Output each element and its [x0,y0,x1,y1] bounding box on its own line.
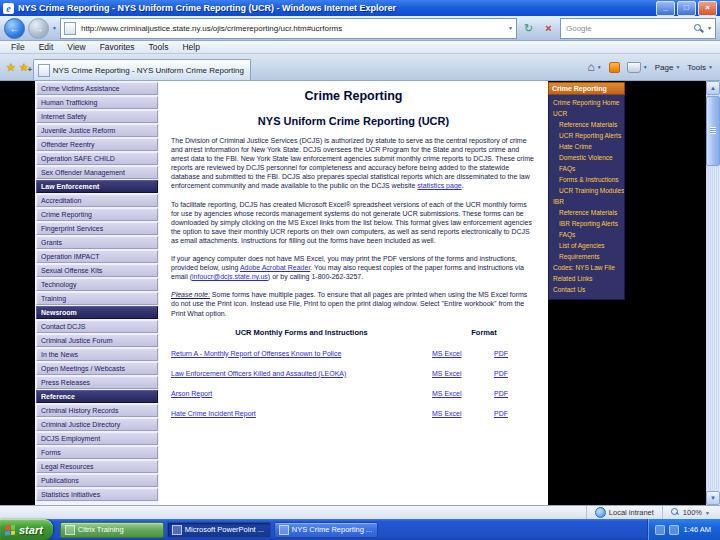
sidebar-item[interactable]: Operation IMPACT [36,250,158,263]
menu-item[interactable]: Favorites [93,42,142,52]
statistics-page-link[interactable]: statistics page [417,182,461,189]
print-button[interactable]: ▼ [627,62,648,73]
taskbar-task-button[interactable]: Citrix Training [60,522,164,538]
sidebar-item[interactable]: Offender Reentry [36,138,158,151]
sidebar-item[interactable]: In the News [36,348,158,361]
menu-item[interactable]: Tools [142,42,176,52]
taskbar-task-button[interactable]: NYS Crime Reporting ... [274,522,378,538]
address-field[interactable]: ▼ [60,18,517,39]
sidebar-item[interactable]: Criminal Justice Directory [36,418,158,431]
ms-excel-link[interactable]: MS Excel [432,410,494,417]
sidebar-item[interactable]: Operation SAFE CHILD [36,152,158,165]
menu-item[interactable]: File [4,42,32,52]
sidebar-item[interactable]: Forms [36,446,158,459]
ms-excel-link[interactable]: MS Excel [432,350,494,357]
form-title-link[interactable]: Return A - Monthly Report of Offenses Kn… [171,350,432,357]
sidebar-item[interactable]: Sexual Offense Kits [36,264,158,277]
stop-button[interactable]: × [540,19,557,38]
right-sidebar-link[interactable]: Crime Reporting Home [549,97,624,108]
sidebar-item[interactable]: Reference [36,390,158,403]
sidebar-item[interactable]: DCJS Employment [36,432,158,445]
browser-tab[interactable]: NYS Crime Reporting - NYS Uniform Crime … [33,59,251,80]
menu-item[interactable]: View [60,42,92,52]
page-menu-button[interactable]: Page▼ [655,63,681,72]
add-favorite-icon[interactable]: ★ [19,61,29,74]
right-sidebar-link[interactable]: Related Links [549,273,624,284]
sidebar-item[interactable]: Grants [36,236,158,249]
pdf-link[interactable]: PDF [494,410,536,417]
right-sidebar-link[interactable]: List of Agencies [549,240,624,251]
form-title-link[interactable]: Hate Crime Incident Report [171,410,432,417]
right-sidebar-link[interactable]: Hate Crime [549,141,624,152]
search-dropdown-icon[interactable]: ▼ [707,25,712,31]
sidebar-item[interactable]: Newsroom [36,306,158,319]
ms-excel-link[interactable]: MS Excel [432,370,494,377]
forward-button[interactable]: → [28,18,49,39]
tray-icon[interactable] [669,525,679,535]
sidebar-item[interactable]: Crime Victims Assistance [36,82,158,95]
zoom-cell[interactable]: 100% ▼ [662,506,718,519]
sidebar-item[interactable]: Contact DCJS [36,320,158,333]
sidebar-item[interactable]: Law Enforcement [36,180,158,193]
right-sidebar-link[interactable]: Codes: NYS Law File [549,262,624,273]
right-sidebar-link[interactable]: Domestic Violence [549,152,624,163]
scrollbar-thumb[interactable] [706,96,720,166]
search-input[interactable] [564,23,690,34]
tools-menu-button[interactable]: Tools▼ [687,63,713,72]
sidebar-item[interactable]: Press Releases [36,376,158,389]
form-title-link[interactable]: Law Enforcement Officers Killed and Assa… [171,370,432,377]
acrobat-reader-link[interactable]: Adobe Acrobat Reader [240,264,310,271]
maximize-button[interactable]: □ [677,1,696,16]
sidebar-item[interactable]: Human Trafficking [36,96,158,109]
right-sidebar-link[interactable]: IBR Reporting Alerts [549,218,624,229]
right-sidebar-link[interactable]: UCR [549,108,624,119]
sidebar-item[interactable]: Fingerprint Services [36,222,158,235]
refresh-button[interactable]: ↻ [520,19,537,38]
sidebar-item[interactable]: Statistics Initiatives [36,488,158,501]
address-dropdown-icon[interactable]: ▼ [508,25,513,31]
sidebar-item[interactable]: Sex Offender Management [36,166,158,179]
search-icon[interactable] [693,23,704,34]
home-button[interactable]: ⌂▼ [588,60,602,74]
favorites-star-icon[interactable]: ★ [6,61,16,74]
sidebar-item[interactable]: Juvenile Justice Reform [36,124,158,137]
sidebar-item[interactable]: Training [36,292,158,305]
menu-item[interactable]: Help [175,42,206,52]
sidebar-item[interactable]: Criminal Justice Forum [36,334,158,347]
sidebar-item[interactable]: Crime Reporting [36,208,158,221]
ms-excel-link[interactable]: MS Excel [432,390,494,397]
menu-item[interactable]: Edit [32,42,61,52]
start-button[interactable]: start [0,519,53,540]
right-sidebar-link[interactable]: FAQs [549,163,624,174]
sidebar-item[interactable]: Technology [36,278,158,291]
back-button[interactable]: ← [4,18,25,39]
form-title-link[interactable]: Arson Report [171,390,432,397]
close-button[interactable]: × [698,1,717,16]
vertical-scrollbar[interactable]: ▲ ▼ [706,81,720,505]
tray-icon[interactable] [655,525,665,535]
right-sidebar-link[interactable]: UCR Training Modules [549,185,624,196]
minimize-button[interactable]: _ [656,1,675,16]
right-sidebar-link[interactable]: Reference Materials [549,119,624,130]
sidebar-item[interactable]: Criminal History Records [36,404,158,417]
right-sidebar-link[interactable]: Reference Materials [549,207,624,218]
taskbar-task-button[interactable]: Microsoft PowerPoint ... [167,522,271,538]
right-sidebar-link[interactable]: Requirements [549,251,624,262]
right-sidebar-link[interactable]: UCR Reporting Alerts [549,130,624,141]
sidebar-item[interactable]: Accreditation [36,194,158,207]
sidebar-item[interactable]: Open Meetings / Webcasts [36,362,158,375]
scroll-up-button[interactable]: ▲ [706,81,720,95]
search-box[interactable]: ▼ [560,18,716,39]
address-input[interactable] [79,23,505,34]
scroll-down-button[interactable]: ▼ [706,491,720,505]
right-sidebar-link[interactable]: Forms & Instructions [549,174,624,185]
pdf-link[interactable]: PDF [494,350,536,357]
sidebar-item[interactable]: Internet Safety [36,110,158,123]
right-sidebar-link[interactable]: IBR [549,196,624,207]
right-sidebar-link[interactable]: Contact Us [549,284,624,295]
feeds-button[interactable] [609,62,620,73]
sidebar-item[interactable]: Publications [36,474,158,487]
history-dropdown-icon[interactable]: ▼ [52,25,57,31]
sidebar-item[interactable]: Legal Resources [36,460,158,473]
pdf-link[interactable]: PDF [494,390,536,397]
